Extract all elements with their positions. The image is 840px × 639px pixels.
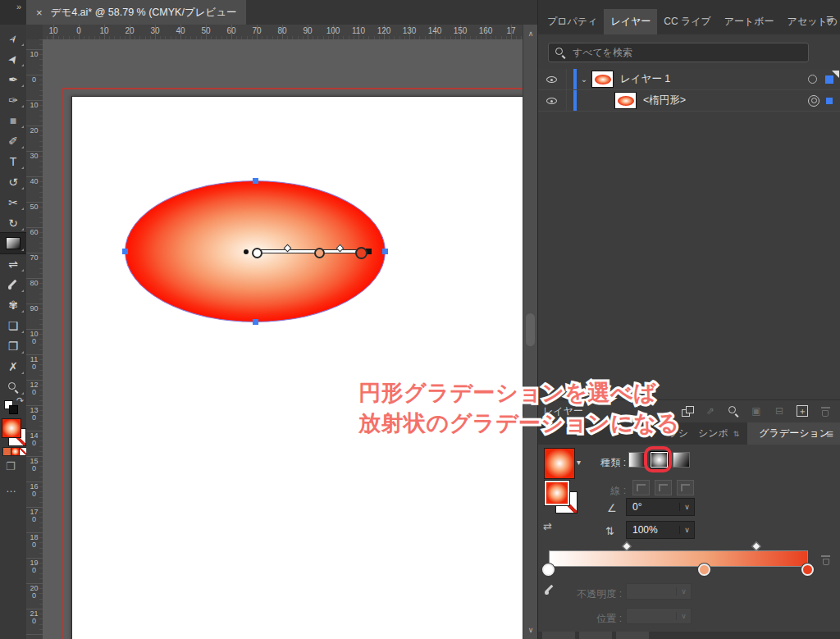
direct-selection-tool[interactable]: ➤: [0, 48, 26, 69]
gradient-stop[interactable]: [355, 247, 368, 259]
fill-proxy-swatch[interactable]: [545, 481, 569, 505]
canvas[interactable]: [43, 39, 523, 639]
tools-panel: ➢➤✒✑■✐T↺✂↻⇌✾❏❐✗ ↷ ❐ …: [0, 25, 27, 639]
tab-プロパティ[interactable]: プロパティ: [541, 9, 604, 34]
gradient-stop[interactable]: [252, 248, 262, 258]
document-tab[interactable]: × デモ4.ai* @ 58.79 % (CMYK/プレビュー): [26, 0, 246, 25]
highlight-annotation-ring: [644, 446, 672, 472]
rotate-view-tool[interactable]: ↻: [0, 212, 26, 233]
reverse-gradient-icon[interactable]: ⇄: [543, 520, 552, 532]
panel-tab-bar: プロパティレイヤーCC ライブアートボーアセットの: [538, 0, 840, 34]
target-icon[interactable]: [808, 75, 817, 84]
gradient-stop[interactable]: [698, 564, 710, 576]
expand-chevron-icon[interactable]: ⌄: [577, 75, 591, 84]
layer-row[interactable]: ⌄レイヤー 1: [538, 69, 840, 90]
rectangle-tool[interactable]: ■: [0, 110, 26, 130]
layer-name[interactable]: レイヤー 1: [620, 72, 808, 86]
visibility-toggle[interactable]: [538, 69, 567, 89]
delete-selection-icon-glyph: [821, 406, 830, 417]
slice-tool[interactable]: ✗: [0, 356, 26, 377]
delete-selection-icon: [818, 404, 833, 418]
tab-アートボー[interactable]: アートボー: [718, 9, 781, 34]
fill-gradient-swatch[interactable]: [2, 418, 21, 438]
selection-handle-right[interactable]: [382, 249, 388, 254]
layer-name[interactable]: <楕円形>: [643, 94, 808, 107]
gradient-stop[interactable]: [314, 248, 325, 258]
gradient-tool[interactable]: [0, 233, 26, 253]
gradient-panel-menu-icon[interactable]: ≡: [826, 427, 833, 440]
search-icon: [555, 48, 565, 57]
tab-CC ライブ[interactable]: CC ライブ: [657, 9, 718, 34]
gradient-annotator[interactable]: [244, 245, 373, 259]
layers-search[interactable]: [548, 43, 809, 62]
gradient-annotator-bar[interactable]: [253, 249, 368, 253]
selection-handle-top[interactable]: [253, 178, 258, 184]
zoom-tool[interactable]: [0, 377, 26, 397]
gradient-type-freeform-button[interactable]: [673, 452, 690, 468]
selection-tool[interactable]: ➢: [0, 28, 26, 48]
blend-tool[interactable]: ✾: [0, 294, 26, 315]
gradient-ramp[interactable]: [549, 550, 808, 567]
tab-レイヤー[interactable]: レイヤー: [604, 9, 657, 34]
ruler-label: 10: [30, 51, 39, 58]
gradient-stop[interactable]: [542, 564, 555, 576]
selection-handle-left[interactable]: [122, 249, 128, 254]
new-layer-icon[interactable]: ＋: [795, 404, 810, 418]
annotation-line-2: 放射状のグラデーションになる 放射状のグラデーションになる: [358, 409, 679, 439]
chevron-down-icon[interactable]: ∨: [679, 526, 694, 534]
midpoint-diamond[interactable]: [751, 541, 760, 550]
rotate-tool[interactable]: ↺: [0, 171, 26, 192]
panel-menu-icon[interactable]: ≡: [826, 11, 833, 25]
artboard-tool[interactable]: ❐: [0, 335, 26, 356]
scroll-down-icon[interactable]: ∨: [523, 626, 538, 634]
gradient-slider[interactable]: [549, 543, 808, 581]
aspect-ratio-dropdown[interactable]: 100% ∨: [626, 521, 695, 539]
locate-object-icon[interactable]: [726, 404, 741, 418]
layer-thumbnail[interactable]: [614, 92, 637, 109]
edit-toolbar-icon[interactable]: …: [6, 482, 17, 495]
shape-builder-tool[interactable]: ❏: [0, 315, 26, 335]
delete-stop-icon[interactable]: [821, 555, 830, 568]
swap-fill-stroke-icon[interactable]: ↷: [16, 395, 24, 406]
layer-thumbnail[interactable]: [591, 71, 614, 88]
midpoint-diamond[interactable]: [622, 541, 631, 550]
layer-row[interactable]: <楕円形>: [538, 90, 840, 112]
gradient-type-linear-button[interactable]: [628, 452, 646, 468]
curvature-tool[interactable]: ✑: [0, 89, 26, 110]
spinner-icon[interactable]: ⇅: [733, 430, 740, 438]
ruler-label: 160: [476, 26, 495, 35]
collect-for-export-icon[interactable]: [680, 404, 695, 418]
tab-シンポ[interactable]: シンポ: [698, 427, 728, 440]
gradient-origin-point[interactable]: [244, 249, 249, 254]
position-dropdown: ∨: [626, 608, 692, 624]
type-tool[interactable]: T: [0, 151, 26, 171]
draw-mode-icon[interactable]: ❐: [6, 460, 16, 472]
search-input[interactable]: [571, 46, 801, 59]
angle-dropdown[interactable]: 0° ∨: [626, 498, 695, 516]
scroll-up-icon[interactable]: ∧: [523, 30, 538, 38]
chevron-down-icon[interactable]: ∨: [679, 503, 694, 511]
gradient-swatch-caret-icon[interactable]: ▾: [577, 458, 581, 467]
selection-tool-icon: ➢: [6, 31, 21, 46]
toolbar-expand-button[interactable]: »: [0, 0, 26, 25]
target-icon[interactable]: [808, 95, 819, 107]
visibility-toggle[interactable]: [538, 90, 567, 111]
scissors-tool[interactable]: ✂: [0, 192, 26, 212]
stroke-gradient-buttons: [632, 480, 694, 495]
locate-object-icon-glyph: [728, 406, 738, 416]
mini-stroke-proxy-icon[interactable]: [9, 405, 18, 414]
pen-tool[interactable]: ✒: [0, 69, 26, 89]
panel-corner-grip[interactable]: [832, 71, 839, 78]
close-icon[interactable]: ×: [36, 7, 43, 19]
gradient-preview-swatch[interactable]: [544, 448, 575, 479]
width-tool[interactable]: ⇌: [0, 253, 26, 274]
vertical-scrollbar[interactable]: ∧ ∨: [523, 25, 538, 639]
paintbrush-tool[interactable]: ✐: [0, 130, 26, 151]
eyedropper-tool[interactable]: [0, 274, 26, 294]
ruler-label: 120: [30, 381, 39, 396]
selection-handle-bottom[interactable]: [253, 319, 258, 325]
gradient-stop[interactable]: [801, 564, 814, 576]
aspect-ratio-icon: ⇅: [605, 525, 614, 537]
scrollbar-thumb[interactable]: [526, 313, 535, 346]
aspect-ratio-value: 100%: [627, 524, 679, 536]
